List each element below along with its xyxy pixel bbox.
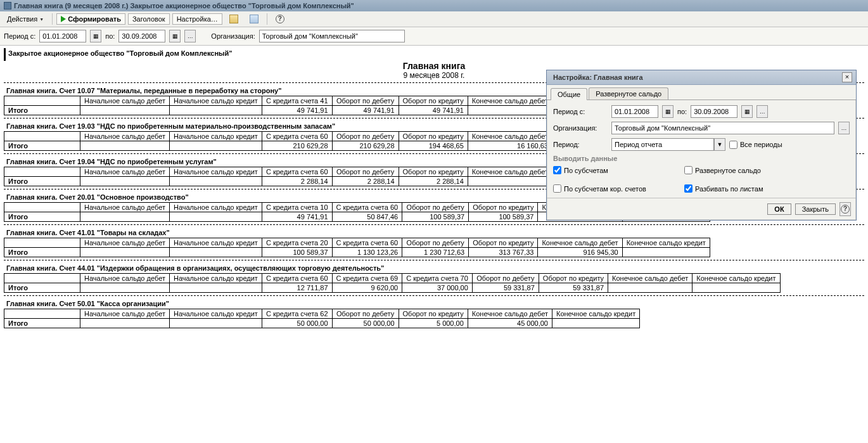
play-icon: [61, 16, 66, 22]
by-subaccounts-checkbox[interactable]: По субсчетам: [553, 166, 646, 174]
all-periods-checkbox[interactable]: Все периоды: [729, 141, 782, 149]
tool-button-b[interactable]: [245, 13, 263, 25]
close-button[interactable]: ×: [842, 72, 852, 82]
dialog-tabs: Общие Развернутое сальдо: [547, 85, 856, 100]
expanded-balance-checkbox[interactable]: Развернутое сальдо: [684, 166, 763, 174]
page-icon: [250, 15, 258, 23]
table-row: Итого 50 000,0050 000,00 5 000,0045 000,…: [4, 319, 640, 328]
calendar-button-to[interactable]: ▦: [169, 30, 181, 42]
org-lookup-button[interactable]: …: [838, 122, 850, 134]
tab-expanded-balance[interactable]: Развернутое сальдо: [589, 87, 668, 100]
settings-dialog: Настройка: Главная книга × Общие Разверн…: [546, 70, 857, 221]
dlg-org-input[interactable]: [611, 122, 834, 134]
help-button[interactable]: ?: [271, 13, 289, 25]
close-icon: ×: [845, 73, 849, 80]
company-header: Закрытое акционерное общество "Торговый …: [4, 48, 864, 61]
header-button[interactable]: Заголовок: [128, 13, 170, 25]
calendar-icon: ▦: [93, 33, 99, 39]
form-report-button[interactable]: Сформировать: [56, 13, 125, 25]
table-row: Итого 12 711,879 620,0037 000,00 59 331,…: [4, 283, 781, 293]
output-section-label: Выводить данные: [553, 155, 850, 162]
section-title: Главная книга. Счет 50.01 "Касса организ…: [6, 300, 864, 307]
table-header-row: Начальное сальдо дебет Начальное сальдо …: [4, 96, 640, 106]
settings-button[interactable]: Настройка…: [172, 13, 222, 25]
chevron-down-icon: ▼: [717, 141, 723, 148]
dialog-help-button[interactable]: ?: [839, 202, 851, 216]
tool-button-a[interactable]: [225, 13, 243, 25]
period-from-input[interactable]: [39, 30, 86, 42]
ledger-table: Начальное сальдо дебетНачальное сальдо к…: [4, 238, 710, 257]
dlg-period-to-input[interactable]: [691, 105, 737, 118]
table-row: Итого 210 629,28210 629,28 194 468,6516 …: [4, 141, 640, 151]
combo-drop-button[interactable]: ▼: [714, 138, 725, 151]
actions-menu-button[interactable]: Действия ▼: [3, 13, 48, 25]
ledger-table: Начальное сальдо дебетНачальное сальдо к…: [4, 309, 640, 328]
period-to-label: по:: [105, 32, 115, 40]
help-icon: ?: [276, 15, 284, 23]
dialog-body: Период с: ▦ по: ▦ … Организация: … Перио…: [547, 100, 856, 198]
calendar-icon: ▦: [172, 33, 178, 39]
period-dialog-button[interactable]: …: [184, 30, 196, 42]
calendar-button-from[interactable]: ▦: [90, 30, 101, 42]
ledger-table: Начальное сальдо дебетНачальное сальдо к…: [4, 167, 640, 186]
ledger-table: Начальное сальдо дебетНачальное сальдо к…: [4, 273, 781, 293]
dlg-period-combo[interactable]: [611, 138, 714, 151]
dlg-period-from-input[interactable]: [611, 105, 658, 118]
params-bar: Период с: ▦ по: ▦ … Организация:: [0, 27, 868, 46]
help-icon: ?: [841, 205, 850, 214]
dialog-titlebar[interactable]: Настройка: Главная книга ×: [547, 70, 856, 85]
main-toolbar: Действия ▼ Сформировать Заголовок Настро…: [0, 11, 868, 27]
period-from-label: Период с:: [4, 32, 35, 40]
dialog-title: Настройка: Главная книга: [553, 74, 839, 81]
period-to-input[interactable]: [118, 30, 165, 42]
dialog-footer: ОК Закрыть ?: [547, 198, 856, 220]
calendar-button[interactable]: ▦: [741, 105, 753, 118]
window-titlebar: Главная книга (9 месяцев 2008 г.) Закрыт…: [0, 0, 868, 11]
table-row: Итого 100 589,371 130 123,26 1 230 712,6…: [4, 248, 710, 257]
ledger-table: Начальное сальдо дебет Начальное сальдо …: [4, 96, 640, 115]
tab-general[interactable]: Общие: [551, 88, 587, 100]
app-icon: [4, 2, 11, 10]
window-title: Главная книга (9 месяцев 2008 г.) Закрыт…: [14, 2, 354, 10]
calendar-button[interactable]: ▦: [662, 105, 673, 118]
by-subaccounts-kor-checkbox[interactable]: По субсчетам кор. счетов: [553, 184, 646, 193]
dlg-period-label: Период:: [553, 141, 608, 148]
section-title: Главная книга. Счет 41.01 "Товары на скл…: [6, 229, 864, 236]
ok-button[interactable]: ОК: [767, 203, 791, 215]
ledger-table: Начальное сальдо дебетНачальное сальдо к…: [4, 131, 640, 151]
section-title: Главная книга. Счет 44.01 "Издержки обра…: [6, 264, 864, 272]
chevron-down-icon: ▼: [39, 17, 44, 22]
table-row: Итого 49 741,91 49 741,91 49 741,91: [4, 106, 640, 115]
split-by-sheets-checkbox[interactable]: Разбивать по листам: [684, 184, 763, 193]
period-ellipsis-button[interactable]: …: [756, 105, 768, 118]
org-input[interactable]: [259, 30, 405, 42]
dlg-org-label: Организация:: [553, 124, 608, 132]
org-label: Организация:: [211, 32, 255, 40]
page-icon: [229, 15, 238, 23]
close-button[interactable]: Закрыть: [795, 203, 836, 215]
dlg-period-from-label: Период с:: [553, 108, 608, 115]
dlg-period-to-label: по:: [677, 108, 687, 115]
table-row: Итого 2 288,142 288,14 2 288,14: [4, 177, 640, 186]
